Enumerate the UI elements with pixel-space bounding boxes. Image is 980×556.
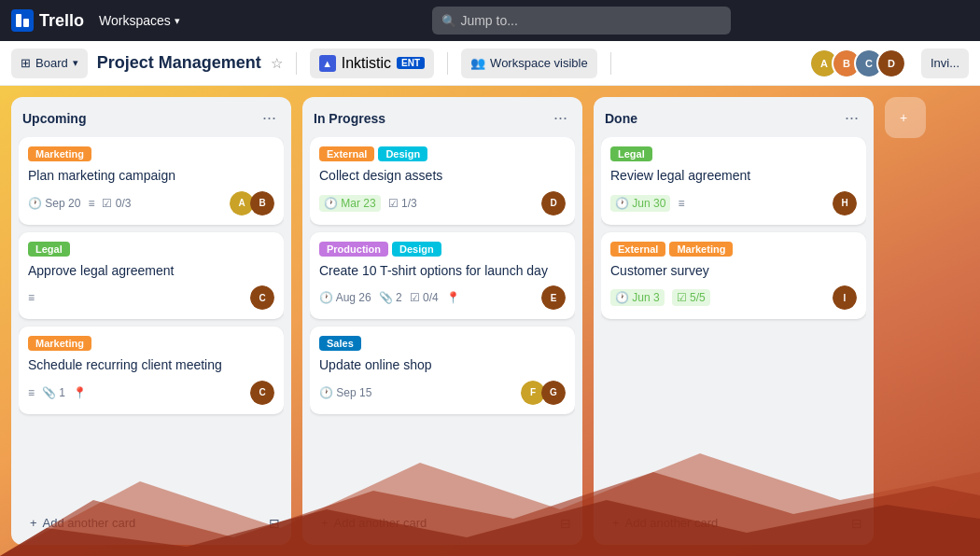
card-labels: Legal (610, 146, 857, 161)
card-avatars: I (833, 285, 857, 310)
label-external: External (610, 242, 665, 257)
list-cards-upcoming: Marketing Plan marketing campaign 🕐 Sep … (19, 137, 284, 501)
card-plan-marketing[interactable]: Marketing Plan marketing campaign 🕐 Sep … (19, 137, 284, 225)
label-marketing: Marketing (28, 336, 91, 351)
description-icon: ≡ (28, 386, 35, 399)
due-date: 🕐 Sep 15 (319, 386, 371, 399)
due-date: 🕐 Jun 30 (610, 195, 670, 212)
card-schedule-meeting[interactable]: Marketing Schedule recurring client meet… (19, 327, 284, 414)
checklist-count: ☑ 0/4 (410, 291, 439, 304)
avatar: E (541, 285, 566, 310)
board-view-button[interactable]: ⊞ Board ▾ (11, 49, 88, 78)
card-meta: 🕐 Aug 26 📎 2 ☑ 0/4 📍 (319, 291, 460, 304)
trello-wordmark: Trello (39, 11, 84, 31)
card-title: Approve legal agreement (28, 262, 274, 281)
avatar: B (250, 191, 274, 215)
chevron-down-icon: ▾ (175, 15, 180, 27)
card-labels: External Design (319, 146, 566, 161)
workspace-badge[interactable]: ▲ Inktistic ENT (310, 49, 434, 78)
card-review-legal[interactable]: Legal Review legal agreement 🕐 Jun 30 ≡ … (601, 137, 866, 225)
label-external: External (319, 146, 374, 161)
label-marketing: Marketing (669, 242, 733, 257)
card-labels: Marketing (28, 336, 274, 351)
avatar: C (250, 381, 274, 405)
attachment-count: 📎 1 (42, 386, 65, 399)
board-btn-label: Board (35, 56, 68, 70)
location-icon: 📍 (73, 386, 87, 399)
location-icon: 📍 (446, 291, 460, 304)
card-avatars: C (250, 381, 274, 405)
search-icon: 🔍 (441, 14, 456, 28)
search-input[interactable] (432, 7, 731, 35)
list-menu-button[interactable]: ··· (550, 106, 571, 130)
board-title: Project Management (97, 53, 261, 73)
label-marketing: Marketing (28, 146, 91, 161)
card-template-icon[interactable]: ⊟ (269, 516, 280, 531)
list-upcoming: Upcoming ··· Marketing Plan marketing ca… (11, 97, 291, 545)
due-date: 🕐 Sep 20 (28, 197, 80, 210)
add-card-button[interactable]: + Add another card (314, 510, 560, 535)
star-icon[interactable]: ☆ (271, 55, 283, 72)
card-title: Schedule recurring client meeting (28, 356, 274, 375)
card-avatars: A B (230, 191, 274, 215)
card-labels: External Marketing (610, 242, 857, 257)
plus-icon: + (900, 110, 907, 125)
card-template-icon[interactable]: ⊟ (560, 516, 571, 531)
card-title: Plan marketing campaign (28, 167, 274, 186)
attachment-count: 📎 2 (379, 291, 402, 304)
workspaces-menu[interactable]: Workspaces ▾ (99, 13, 180, 28)
card-template-icon[interactable]: ⊟ (851, 516, 862, 531)
label-design: Design (392, 242, 441, 257)
due-date: 🕐 Mar 23 (319, 195, 381, 212)
list-menu-button[interactable]: ··· (259, 106, 280, 130)
list-cards-in-progress: External Design Collect design assets 🕐 … (310, 137, 575, 501)
top-navigation: Trello Workspaces ▾ 🔍 (0, 0, 980, 41)
description-icon: ≡ (88, 197, 94, 210)
list-title-in-progress: In Progress (314, 111, 385, 126)
workspace-tier-badge: ENT (397, 57, 425, 69)
card-title: Update online shop (319, 356, 566, 375)
card-title: Create 10 T-shirt options for launch day (319, 262, 566, 281)
card-labels: Legal (28, 242, 274, 257)
card-update-shop[interactable]: Sales Update online shop 🕐 Sep 15 F G (310, 327, 575, 414)
card-customer-survey[interactable]: External Marketing Customer survey 🕐 Jun… (601, 232, 866, 320)
workspaces-label: Workspaces (99, 13, 171, 28)
workspace-visible-label: Workspace visible (490, 56, 588, 70)
card-title: Review legal agreement (610, 167, 857, 186)
list-header-upcoming: Upcoming ··· (19, 106, 284, 130)
list-title-done: Done (605, 111, 637, 126)
invite-button[interactable]: Invi... (921, 49, 969, 78)
card-avatars: E (541, 285, 566, 310)
card-avatars: C (250, 285, 274, 310)
workspace-visible-button[interactable]: 👥 Workspace visible (461, 49, 597, 78)
card-approve-legal[interactable]: Legal Approve legal agreement ≡ C (19, 232, 284, 320)
add-card-label: Add another card (43, 516, 136, 530)
list-menu-button[interactable]: ··· (841, 106, 862, 130)
add-card-button[interactable]: + Add another card (605, 510, 851, 535)
card-collect-design[interactable]: External Design Collect design assets 🕐 … (310, 137, 575, 225)
add-list-button[interactable]: + (885, 97, 926, 138)
avatar: I (833, 285, 857, 310)
avatar: G (541, 381, 566, 405)
plus-icon: + (321, 516, 329, 530)
label-sales: Sales (319, 336, 361, 351)
due-date: 🕐 Aug 26 (319, 291, 371, 304)
card-avatars: F G (521, 381, 566, 405)
add-card-button[interactable]: + Add another card (22, 510, 269, 535)
avatar: D (541, 191, 566, 215)
checklist-count: ☑ 0/3 (102, 197, 131, 210)
card-tshirt-options[interactable]: Production Design Create 10 T-shirt opti… (310, 232, 575, 320)
board-grid-icon: ⊞ (21, 56, 31, 70)
search-container: 🔍 (432, 7, 731, 35)
due-date: 🕐 Jun 3 (610, 289, 665, 306)
list-done: Done ··· Legal Review legal agreement 🕐 … (594, 97, 874, 545)
avatar[interactable]: D (876, 49, 906, 78)
card-title: Collect design assets (319, 167, 566, 186)
header-divider3 (610, 52, 611, 75)
card-meta: 🕐 Jun 3 ☑ 5/5 (610, 289, 710, 306)
card-labels: Production Design (319, 242, 566, 257)
header-divider2 (447, 52, 448, 75)
trello-icon (11, 9, 34, 32)
list-header-in-progress: In Progress ··· (310, 106, 575, 130)
list-title-upcoming: Upcoming (22, 111, 86, 126)
